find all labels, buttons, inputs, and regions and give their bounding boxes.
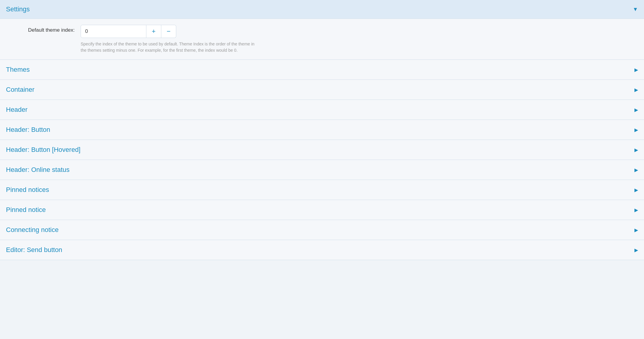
collapsible-section: Header: Button▶ — [0, 120, 644, 140]
settings-chevron-down-icon: ▼ — [633, 6, 638, 13]
collapsible-section: Connecting notice▶ — [0, 220, 644, 240]
section-label: Header: Button [Hovered] — [6, 146, 80, 154]
section-header-themes[interactable]: Themes▶ — [0, 60, 644, 80]
chevron-right-icon: ▶ — [634, 127, 638, 133]
section-header-header--button[interactable]: Header: Button▶ — [0, 120, 644, 140]
collapsible-section: Themes▶ — [0, 60, 644, 80]
chevron-right-icon: ▶ — [634, 87, 638, 93]
section-label: Themes — [6, 66, 30, 74]
collapsible-section: Editor: Send button▶ — [0, 240, 644, 260]
chevron-right-icon: ▶ — [634, 227, 638, 233]
settings-container: Settings ▼ Default theme index: + − Spec… — [0, 0, 644, 260]
section-label: Header: Button — [6, 126, 50, 134]
chevron-right-icon: ▶ — [634, 247, 638, 253]
default-theme-index-hint: Specify the index of the theme to be use… — [81, 41, 260, 54]
decrement-button[interactable]: − — [161, 25, 176, 38]
section-label: Editor: Send button — [6, 246, 62, 254]
section-label: Pinned notice — [6, 206, 46, 214]
collapsible-section: Header▶ — [0, 100, 644, 120]
chevron-right-icon: ▶ — [634, 147, 638, 153]
section-label: Header — [6, 106, 27, 114]
section-header-editor--send-button[interactable]: Editor: Send button▶ — [0, 240, 644, 260]
section-header-pinned-notices[interactable]: Pinned notices▶ — [0, 180, 644, 200]
section-header-connecting-notice[interactable]: Connecting notice▶ — [0, 220, 644, 240]
sections-container: Themes▶Container▶Header▶Header: Button▶H… — [0, 60, 644, 260]
chevron-right-icon: ▶ — [634, 187, 638, 193]
section-label: Pinned notices — [6, 186, 49, 194]
default-theme-index-label: Default theme index: — [9, 25, 75, 33]
collapsible-section: Container▶ — [0, 80, 644, 100]
section-header-container[interactable]: Container▶ — [0, 80, 644, 100]
settings-title: Settings — [6, 5, 30, 13]
collapsible-section: Header: Button [Hovered]▶ — [0, 140, 644, 160]
collapsible-section: Header: Online status▶ — [0, 160, 644, 180]
default-theme-index-input[interactable] — [81, 25, 146, 38]
chevron-right-icon: ▶ — [634, 107, 638, 113]
collapsible-section: Pinned notices▶ — [0, 180, 644, 200]
increment-button[interactable]: + — [146, 25, 161, 38]
settings-body: Default theme index: + − Specify the ind… — [0, 19, 644, 60]
collapsible-section: Pinned notice▶ — [0, 200, 644, 220]
default-theme-index-row: Default theme index: + − Specify the ind… — [0, 19, 644, 59]
chevron-right-icon: ▶ — [634, 207, 638, 213]
section-header-pinned-notice[interactable]: Pinned notice▶ — [0, 200, 644, 220]
default-theme-index-input-row: + − — [81, 25, 260, 38]
section-label: Connecting notice — [6, 226, 59, 234]
section-label: Header: Online status — [6, 166, 70, 174]
chevron-right-icon: ▶ — [634, 167, 638, 173]
chevron-right-icon: ▶ — [634, 67, 638, 73]
section-header-header[interactable]: Header▶ — [0, 100, 644, 120]
default-theme-index-control: + − Specify the index of the theme to be… — [81, 25, 260, 54]
section-header-header--online-status[interactable]: Header: Online status▶ — [0, 160, 644, 180]
settings-header[interactable]: Settings ▼ — [0, 0, 644, 19]
section-label: Container — [6, 86, 34, 94]
section-header-header--button--hovered-[interactable]: Header: Button [Hovered]▶ — [0, 140, 644, 160]
